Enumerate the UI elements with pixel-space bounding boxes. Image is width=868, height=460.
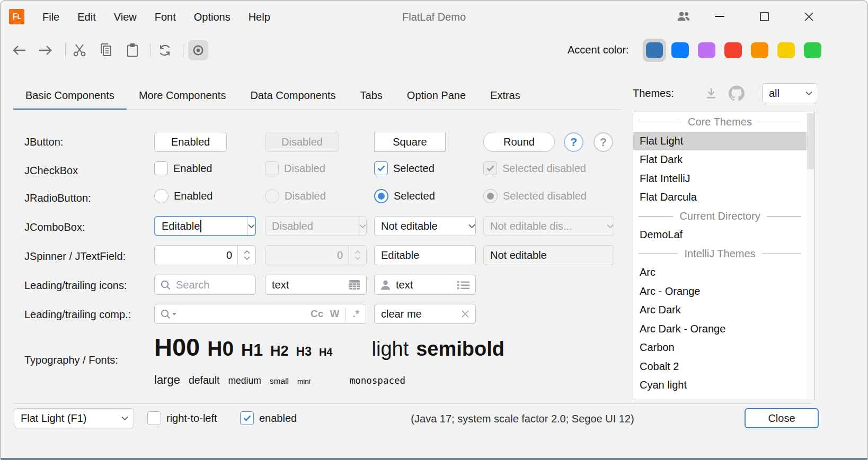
theme-item-flat-dark[interactable]: Flat Dark (633, 150, 807, 169)
accent-swatch-green[interactable] (804, 42, 821, 58)
scrollbar-thumb[interactable] (807, 113, 814, 169)
copy-button[interactable] (96, 40, 116, 60)
accent-swatch-brightblue[interactable] (671, 42, 689, 58)
tab-tabs[interactable]: Tabs (348, 83, 395, 110)
textfield-not-editable: Not editable (483, 245, 614, 265)
show-hover-toggle[interactable] (188, 40, 208, 60)
tab-basic-components[interactable]: Basic Components (13, 83, 127, 110)
theme-item-flat-intellij[interactable]: Flat IntelliJ (633, 169, 807, 188)
menu-view[interactable]: View (105, 8, 146, 26)
radio-selected[interactable]: Selected (374, 189, 435, 203)
accent-swatch-purple[interactable] (698, 42, 715, 58)
whole-word-button[interactable]: W (330, 308, 339, 320)
theme-item-carbon[interactable]: Carbon (633, 338, 807, 357)
menu-font[interactable]: Font (146, 8, 185, 26)
accent-color-label: Accent color: (568, 44, 629, 56)
spinner-buttons[interactable] (238, 246, 255, 265)
round-button[interactable]: Round (483, 132, 555, 152)
chevron-up-icon (244, 250, 250, 254)
users-button[interactable] (671, 6, 696, 27)
menu-file[interactable]: File (33, 8, 68, 26)
search-field-with-options[interactable]: Cc W .* (154, 304, 366, 324)
theme-item-arc-dark[interactable]: Arc Dark (633, 301, 807, 320)
menu-help[interactable]: Help (240, 8, 279, 26)
theme-item-arc-dark-orange[interactable]: Arc Dark - Orange (633, 320, 807, 339)
chevron-down-icon[interactable] (468, 224, 475, 228)
enabled-button[interactable]: Enabled (154, 132, 227, 152)
theme-item-dark-flat[interactable]: Dark Flat (633, 395, 807, 401)
github-button[interactable] (728, 84, 746, 102)
minimize-button[interactable] (707, 6, 732, 27)
maximize-button[interactable] (752, 6, 776, 27)
radio-checked-icon[interactable] (374, 189, 388, 203)
paste-button[interactable] (122, 40, 143, 60)
list-icon[interactable] (457, 281, 475, 290)
search-input[interactable] (171, 279, 234, 291)
checkbox-enabled[interactable]: Enabled (154, 161, 212, 175)
close-button[interactable]: Close (745, 408, 819, 428)
radio-selected-disabled: Selected disabled (483, 189, 587, 203)
text-field-trailing-icon[interactable]: text (265, 275, 367, 295)
combobox-editable[interactable]: Editable (154, 216, 256, 236)
close-window-button[interactable] (796, 6, 821, 27)
refresh-icon (158, 43, 171, 57)
theme-item-arc-orange[interactable]: Arc - Orange (633, 282, 807, 301)
help-button-disabled: ? (594, 132, 613, 152)
accent-swatch-blue-selected[interactable] (646, 42, 663, 58)
jbutton-row-label: JButton: (24, 136, 63, 148)
radio-disabled: Disabled (265, 189, 326, 203)
checkbox-icon[interactable] (147, 411, 161, 425)
text-field-leading-trailing[interactable]: text (374, 275, 476, 295)
accent-swatch-red[interactable] (724, 42, 742, 58)
square-button[interactable]: Square (374, 132, 446, 152)
chevron-up-icon (355, 250, 361, 254)
tab-more-components[interactable]: More Components (127, 83, 238, 110)
back-button[interactable] (9, 40, 29, 60)
combobox-not-editable[interactable]: Not editable (374, 216, 476, 236)
calendar-grid-icon[interactable] (349, 279, 366, 290)
radio-enabled[interactable]: Enabled (154, 189, 212, 203)
typography-sizes: large default medium small mini monospac… (154, 373, 405, 387)
chevron-down-icon (355, 256, 361, 260)
refresh-button[interactable] (155, 40, 175, 60)
tab-extras[interactable]: Extras (478, 83, 533, 110)
menu-edit[interactable]: Edit (68, 8, 104, 26)
checkbox-checked-icon[interactable] (374, 161, 388, 175)
accent-swatch-orange[interactable] (751, 42, 768, 58)
tab-data-components[interactable]: Data Components (238, 83, 348, 110)
enabled-checkbox[interactable]: enabled (240, 411, 297, 425)
laf-selector-combobox[interactable]: Flat Light (F1) (14, 408, 134, 428)
cut-button[interactable] (69, 40, 90, 60)
spinner[interactable]: 0 (154, 245, 256, 265)
theme-item-flat-light[interactable]: Flat Light (633, 132, 807, 151)
tab-option-pane[interactable]: Option Pane (395, 83, 478, 110)
menu-options[interactable]: Options (185, 8, 240, 26)
help-button[interactable]: ? (564, 132, 583, 152)
themes-scrollbar[interactable] (807, 112, 814, 400)
theme-item-demolaf[interactable]: DemoLaf (633, 226, 807, 245)
theme-item-arc[interactable]: Arc (633, 263, 807, 282)
radio-icon[interactable] (154, 189, 169, 203)
accent-swatch-yellow[interactable] (777, 42, 795, 58)
clearable-field[interactable]: clear me (374, 304, 476, 324)
clear-icon[interactable] (462, 310, 475, 318)
theme-item-flat-darcula[interactable]: Flat Darcula (633, 188, 807, 207)
theme-item-cobalt-2[interactable]: Cobalt 2 (633, 357, 807, 376)
checkbox-icon[interactable] (154, 161, 168, 175)
regex-button[interactable]: .* (352, 308, 359, 320)
themes-filter-combobox[interactable]: all (762, 83, 818, 103)
checkbox-checked-icon[interactable] (240, 411, 254, 425)
chevron-down-icon[interactable] (248, 224, 255, 228)
theme-item-cyan-light[interactable]: Cyan light (633, 376, 807, 395)
right-to-left-checkbox[interactable]: right-to-left (147, 411, 217, 425)
jradiobutton-row-label: JRadioButton: (24, 192, 91, 204)
search-field[interactable] (154, 275, 256, 295)
download-themes-button[interactable] (702, 84, 720, 102)
search-with-menu-icon[interactable] (155, 309, 176, 319)
checkbox-selected[interactable]: Selected (374, 161, 435, 175)
combobox-disabled: Disabled (265, 216, 367, 236)
forward-button[interactable] (36, 40, 56, 60)
leading-trailing-icons-label: Leading/trailing icons: (24, 279, 127, 292)
textfield-editable[interactable]: Editable (374, 245, 476, 265)
match-case-button[interactable]: Cc (311, 308, 323, 320)
